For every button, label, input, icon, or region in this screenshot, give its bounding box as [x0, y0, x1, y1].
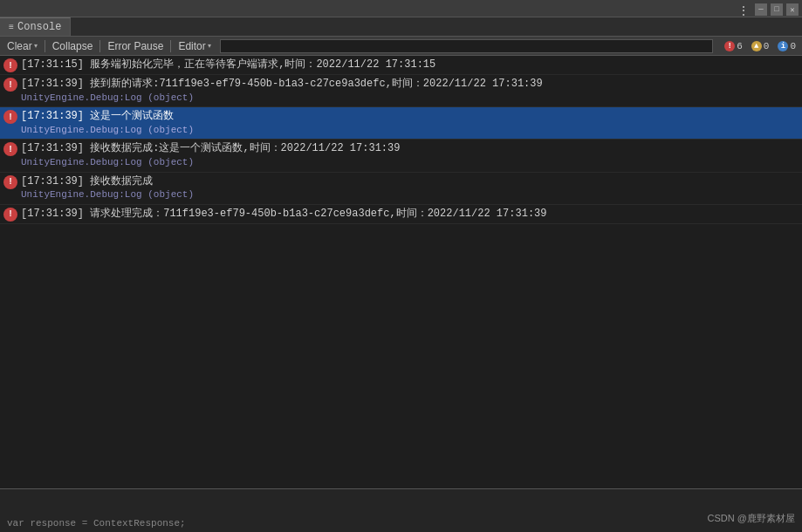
error-pause-label: Error Pause — [107, 40, 163, 52]
more-options-icon[interactable]: ⋮ — [737, 3, 750, 18]
log-entry[interactable]: ![17:31:39] 这是一个测试函数UnityEngine.Debug:Lo… — [0, 107, 802, 140]
error-badge-count: 6 — [737, 41, 743, 51]
log-error-icon: ! — [3, 208, 17, 222]
window-controls: — □ ✕ — [755, 3, 799, 16]
info-badge[interactable]: i 0 — [775, 40, 799, 52]
clear-dropdown-arrow: ▾ — [34, 42, 38, 50]
tab-bar: ≡ Console — [0, 17, 802, 37]
maximize-button[interactable]: □ — [771, 3, 783, 16]
separator-2 — [99, 40, 100, 52]
log-error-icon: ! — [3, 142, 17, 156]
watermark: CSDN @鹿野素材屋 — [708, 512, 795, 525]
search-input[interactable] — [220, 39, 713, 53]
log-entry[interactable]: ![17:31:39] 接到新的请求:711f19e3-ef79-450b-b1… — [0, 75, 802, 107]
separator-1 — [45, 40, 45, 52]
log-main-text: [17:31:39] 这是一个测试函数 — [21, 109, 799, 124]
log-main-text: [17:31:39] 请求处理完成：711f19e3-ef79-450b-b1a… — [21, 207, 799, 222]
close-button[interactable]: ✕ — [786, 3, 799, 16]
warning-badge-icon: ▲ — [751, 41, 762, 51]
badge-group: ! 6 ▲ 0 i 0 — [722, 40, 799, 52]
log-text: [17:31:39] 这是一个测试函数UnityEngine.Debug:Log… — [21, 109, 799, 137]
log-text: [17:31:39] 请求处理完成：711f19e3-ef79-450b-b1a… — [21, 207, 799, 222]
error-pause-button[interactable]: Error Pause — [104, 38, 167, 54]
log-error-icon: ! — [3, 78, 17, 92]
bottom-panel: var response = ContextResponse; — [0, 488, 802, 532]
log-text: [17:31:15] 服务端初始化完毕，正在等待客户端请求,时间：2022/11… — [21, 58, 799, 72]
warning-badge[interactable]: ▲ 0 — [749, 40, 772, 52]
editor-dropdown-arrow: ▾ — [208, 42, 211, 50]
log-main-text: [17:31:39] 接到新的请求:711f19e3-ef79-450b-b1a… — [21, 77, 799, 92]
error-badge[interactable]: ! 6 — [722, 40, 745, 52]
search-box — [220, 39, 713, 53]
separator-3 — [170, 40, 171, 52]
info-badge-count: 0 — [790, 41, 796, 51]
collapse-button[interactable]: Collapse — [49, 38, 97, 54]
log-text: [17:31:39] 接收数据完成UnityEngine.Debug:Log (… — [21, 174, 799, 202]
info-badge-icon: i — [778, 41, 788, 51]
log-entry[interactable]: ![17:31:15] 服务端初始化完毕，正在等待客户端请求,时间：2022/1… — [0, 56, 802, 75]
log-main-text: [17:31:15] 服务端初始化完毕，正在等待客户端请求,时间：2022/11… — [21, 58, 799, 72]
log-entry[interactable]: ![17:31:39] 接收数据完成UnityEngine.Debug:Log … — [0, 173, 802, 205]
editor-label: Editor — [178, 40, 205, 52]
log-sub-text: UnityEngine.Debug:Log (object) — [21, 156, 799, 169]
collapse-label: Collapse — [52, 40, 93, 52]
console-content: ![17:31:15] 服务端初始化完毕，正在等待客户端请求,时间：2022/1… — [0, 56, 802, 488]
log-main-text: [17:31:39] 接收数据完成:这是一个测试函数,时间：2022/11/22… — [21, 141, 799, 156]
log-error-icon: ! — [3, 175, 17, 189]
log-text: [17:31:39] 接到新的请求:711f19e3-ef79-450b-b1a… — [21, 77, 799, 105]
top-bar: ⋮ — □ ✕ — [0, 0, 802, 17]
bottom-text: var response = ContextResponse; — [7, 518, 186, 529]
minimize-button[interactable]: — — [755, 3, 767, 16]
tab-console[interactable]: ≡ Console — [0, 17, 71, 36]
log-text: [17:31:39] 接收数据完成:这是一个测试函数,时间：2022/11/22… — [21, 141, 799, 169]
log-sub-text: UnityEngine.Debug:Log (object) — [21, 124, 799, 137]
clear-button[interactable]: Clear ▾ — [3, 38, 41, 54]
log-entry[interactable]: ![17:31:39] 接收数据完成:这是一个测试函数,时间：2022/11/2… — [0, 140, 802, 172]
log-error-icon: ! — [3, 58, 17, 72]
log-error-icon: ! — [3, 110, 17, 124]
log-sub-text: UnityEngine.Debug:Log (object) — [21, 92, 799, 105]
warning-badge-count: 0 — [764, 41, 770, 51]
console-tab-label: Console — [17, 21, 61, 33]
log-entry[interactable]: ![17:31:39] 请求处理完成：711f19e3-ef79-450b-b1… — [0, 205, 802, 224]
clear-label: Clear — [7, 40, 32, 52]
log-sub-text: UnityEngine.Debug:Log (object) — [21, 188, 799, 201]
error-badge-icon: ! — [724, 41, 735, 51]
console-tab-icon: ≡ — [9, 23, 14, 32]
editor-button[interactable]: Editor ▾ — [175, 38, 214, 54]
toolbar: Clear ▾ Collapse Error Pause Editor ▾ ! … — [0, 37, 802, 56]
log-main-text: [17:31:39] 接收数据完成 — [21, 174, 799, 189]
